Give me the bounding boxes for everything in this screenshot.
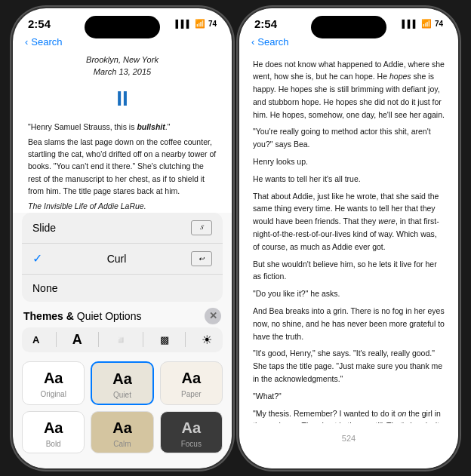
slide-option-curl-label: Curl — [107, 253, 127, 265]
bottom-panel: Slide 𝑆 ✓ Curl ↩ None — [13, 213, 232, 468]
right-para-6: But she wouldn't believe him, so he lets… — [253, 258, 445, 284]
wifi-icon: 📶 — [195, 19, 205, 29]
book-date: March 13, 2015 — [28, 66, 217, 78]
slide-options: Slide 𝑆 ✓ Curl ↩ None — [22, 213, 223, 302]
right-battery-icon: 74 — [435, 20, 443, 28]
theme-paper-aa: Aa — [182, 370, 202, 387]
right-status-icons: ▌▌▌ 📶 74 — [402, 19, 443, 29]
left-status-icons: ▌▌▌ 📶 74 — [176, 19, 217, 29]
theme-bold-name: Bold — [46, 440, 61, 448]
themes-title: Themes & Quiet Options — [23, 310, 141, 322]
right-dynamic-island — [311, 16, 386, 38]
theme-bold-aa: Aa — [44, 419, 63, 437]
font-divider-2 — [98, 332, 99, 347]
slide-option-slide-label: Slide — [32, 222, 56, 234]
theme-focus-name: Focus — [181, 440, 202, 448]
slide-option-none-label: None — [32, 282, 57, 294]
page-number: 524 — [239, 431, 458, 446]
theme-focus-aa: Aa — [182, 419, 202, 437]
slide-option-slide[interactable]: Slide 𝑆 — [22, 213, 223, 244]
theme-quiet-aa: Aa — [112, 370, 132, 388]
font-type-icon[interactable]: ◽ — [115, 334, 127, 345]
theme-calm-name: Calm — [113, 440, 131, 448]
search-label[interactable]: Search — [31, 36, 62, 48]
slide-icon: 𝑆 — [191, 220, 212, 235]
phones-container: 2:54 ▌▌▌ 📶 74 ‹ Search Brooklyn, New Yor… — [5, 1, 466, 476]
signal-icon: ▌▌▌ — [176, 20, 192, 28]
right-wifi-icon: 📶 — [421, 19, 432, 29]
left-phone: 2:54 ▌▌▌ 📶 74 ‹ Search Brooklyn, New Yor… — [13, 8, 232, 468]
themes-grid: Aa Original Aa Quiet Aa Paper Aa Bold — [13, 357, 232, 468]
font-divider-4 — [185, 332, 186, 347]
slide-option-none[interactable]: None — [22, 275, 223, 302]
right-para-9: "It's good, Henry," she says. "It's real… — [253, 347, 445, 385]
dynamic-island — [85, 16, 160, 38]
theme-calm-aa: Aa — [112, 419, 132, 437]
theme-original-aa: Aa — [44, 370, 63, 387]
right-search-label[interactable]: Search — [257, 36, 288, 48]
battery-icon: 74 — [208, 20, 217, 28]
right-para-7: "Do you like it?" he asks. — [253, 287, 445, 300]
font-divider-3 — [143, 332, 143, 347]
right-para-11: "My thesis. Remember? I wanted to do it … — [253, 407, 445, 423]
font-large-a[interactable]: A — [72, 332, 82, 348]
theme-calm[interactable]: Aa Calm — [91, 411, 153, 453]
font-controls: A A ◽ ▩ ☀ — [22, 327, 223, 352]
right-status-time: 2:54 — [254, 17, 277, 30]
right-back-chevron-icon: ‹ — [251, 36, 254, 48]
book-para-1: "Henry Samuel Strauss, this is bullshit.… — [28, 121, 217, 133]
right-para-8: And Bea breaks into a grin. There is no … — [253, 305, 445, 342]
slide-option-curl[interactable]: ✓ Curl ↩ — [22, 244, 223, 275]
theme-focus[interactable]: Aa Focus — [160, 411, 223, 453]
chapter-number: II — [28, 83, 217, 115]
right-para-3: Henry looks up. — [253, 155, 445, 168]
font-style-icon[interactable]: ▩ — [160, 334, 169, 345]
right-para-1: He does not know what happened to Addie,… — [253, 58, 445, 121]
themes-header: Themes & Quiet Options ✕ — [13, 302, 232, 327]
theme-quiet-name: Quiet — [113, 391, 131, 399]
right-para-2: "You're really going to method actor thi… — [253, 125, 445, 151]
quiet-options-label: Quiet Options — [77, 310, 142, 322]
right-para-10: "What?" — [253, 390, 445, 403]
theme-bold[interactable]: Aa Bold — [22, 411, 85, 453]
curl-icon: ↩ — [191, 251, 212, 266]
theme-quiet[interactable]: Aa Quiet — [91, 361, 153, 405]
font-small-a[interactable]: A — [32, 334, 39, 345]
brightness-icon[interactable]: ☀ — [202, 333, 212, 347]
theme-original[interactable]: Aa Original — [22, 361, 85, 405]
right-para-4: He wants to tell her it's all true. — [253, 173, 445, 186]
close-button[interactable]: ✕ — [205, 308, 221, 324]
right-signal-icon: ▌▌▌ — [402, 20, 418, 28]
back-chevron-icon: ‹ — [25, 36, 28, 48]
curl-check-icon: ✓ — [32, 251, 42, 266]
font-divider-1 — [56, 332, 57, 347]
right-para-5: That about Addie, just like he wrote, th… — [253, 190, 445, 253]
right-book-content: He does not know what happened to Addie,… — [239, 54, 458, 423]
themes-label: Themes & — [23, 310, 74, 322]
right-phone: 2:54 ▌▌▌ 📶 74 ‹ Search He does not know … — [239, 8, 458, 468]
book-city: Brooklyn, New York — [28, 54, 217, 66]
book-para-2: Bea slams the last page down on the coff… — [28, 136, 217, 197]
theme-paper-name: Paper — [181, 390, 202, 398]
book-para-3: The Invisible Life of Addie LaRue. — [28, 200, 217, 212]
theme-original-name: Original — [40, 390, 66, 398]
theme-paper[interactable]: Aa Paper — [160, 361, 223, 405]
book-location: Brooklyn, New York March 13, 2015 — [28, 54, 217, 78]
left-status-time: 2:54 — [28, 17, 51, 30]
